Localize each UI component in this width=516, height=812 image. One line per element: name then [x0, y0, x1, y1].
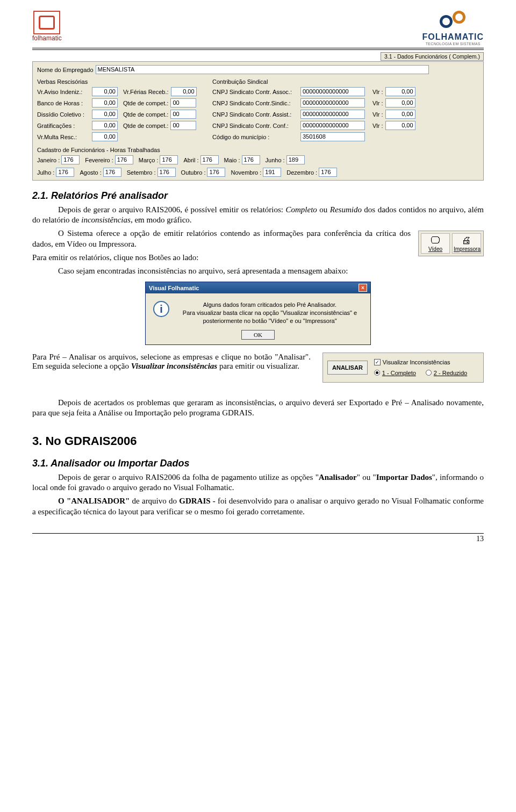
verbas-title: Verbas Rescisórias	[37, 78, 209, 85]
vlr2-field[interactable]: 0,00	[385, 98, 415, 107]
p5b: Visualizar inconsistências	[131, 362, 217, 370]
set-field[interactable]: 176	[157, 168, 176, 177]
window-title-text: 3.1 - Dados Funcionários ( Complem.)	[381, 52, 484, 61]
monitor-icon: 🖵	[422, 235, 448, 245]
p8a: O "ANALISADOR"	[58, 497, 130, 505]
vlr3-field[interactable]: 0,00	[385, 110, 415, 119]
multa-label: Vr.Multa Resc.:	[37, 134, 90, 140]
aviso-label: Vr.Aviso Indeniz.:	[37, 89, 90, 95]
sec3-heading: 3. No GDRAIS2006	[32, 434, 484, 448]
compet3-field[interactable]: 00	[170, 121, 196, 130]
footer-rule	[32, 533, 484, 534]
abr-field[interactable]: 176	[200, 155, 219, 164]
logo-right: FOLHAMATIC TECNOLOGIA EM SISTEMAS	[422, 11, 484, 46]
form-panel: Nome do Empregado MENSALISTA Verbas Resc…	[32, 61, 484, 181]
dez-label: Dezembro :	[286, 169, 317, 176]
p1f: inconsistências	[81, 215, 131, 224]
jan-label: Janeiro :	[37, 157, 60, 163]
jun-label: Junho :	[266, 157, 285, 163]
cnpj-conf-field[interactable]: 00000000000000	[300, 121, 365, 130]
mar-field[interactable]: 176	[160, 155, 178, 164]
banco-field[interactable]: 0,00	[92, 98, 118, 107]
dlg-line1: Alguns dados foram criticados pelo Pré A…	[203, 301, 336, 308]
cnpj-sindic-field[interactable]: 00000000000000	[300, 98, 365, 107]
sec31-heading: 3.1. Analisador ou Importar Dados	[32, 458, 484, 469]
video-button[interactable]: 🖵 Vídeo	[421, 233, 450, 254]
impressora-label: Impressora	[454, 246, 481, 252]
radio-reduzido-label: 2 - Reduzido	[434, 370, 467, 376]
banco-label: Banco de Horas :	[37, 100, 90, 106]
p8c: GDRAIS -	[179, 497, 218, 505]
dlg-line2: Para visualizar basta clicar na opção "V…	[183, 310, 357, 316]
cnpj-assist-field[interactable]: 00000000000000	[300, 110, 365, 119]
close-icon[interactable]: ×	[359, 284, 367, 292]
p1a: Depois de gerar o arquivo RAIS2006, é po…	[58, 205, 285, 214]
gears-icon	[439, 11, 468, 32]
impressora-button[interactable]: 🖨 Impressora	[452, 233, 481, 254]
ferias-field[interactable]: 0,00	[171, 87, 197, 96]
mar-label: Março :	[139, 157, 159, 163]
ferias-label: Vr.Férias Receb.:	[123, 89, 169, 95]
options-panel: ANALISAR ✓ Visualizar Inconsistências 1 …	[322, 353, 484, 383]
vlr3-label: Vlr :	[372, 111, 383, 118]
compet1-label: Qtde de compet.:	[123, 100, 168, 106]
compet2-field[interactable]: 00	[170, 110, 196, 119]
dez-field[interactable]: 176	[319, 168, 337, 177]
cnpj-conf-label: CNPJ Sindicato Contr. Conf.:	[212, 123, 298, 129]
p1b: Completo	[285, 205, 317, 214]
radio-completo-label: 1 - Completo	[382, 370, 416, 376]
para-7: Depois de gerar o arquivo RAIS2006 da fo…	[32, 472, 484, 493]
page-number: 13	[32, 535, 484, 543]
info-icon: i	[153, 301, 169, 317]
out-field[interactable]: 176	[207, 168, 225, 177]
message-dialog: Visual Folhamatic × i Alguns dados foram…	[145, 282, 371, 345]
codigo-mun-field[interactable]: 3501608	[300, 132, 365, 141]
horas-title: Cadastro de Funcionários - Horas Trabalh…	[37, 147, 479, 153]
video-label: Vídeo	[428, 246, 442, 252]
dlg-line3: posteriormente no botão "Vídeo" e ou "Im…	[203, 318, 336, 324]
gratif-field[interactable]: 0,00	[92, 121, 118, 130]
header-rule	[32, 48, 484, 50]
form-screenshot: 3.1 - Dados Funcionários ( Complem.) Nom…	[32, 53, 484, 181]
para-1: Depois de gerar o arquivo RAIS2006, é po…	[32, 205, 484, 225]
check-mark-icon: ✓	[375, 360, 379, 365]
jul-field[interactable]: 176	[56, 168, 74, 177]
analisar-button[interactable]: ANALISAR	[327, 361, 368, 375]
dialog-message: Alguns dados foram criticados pelo Pré A…	[177, 301, 363, 325]
nome-label: Nome do Empregado	[37, 67, 94, 73]
nov-field[interactable]: 191	[263, 168, 281, 177]
multa-field[interactable]: 0,00	[92, 132, 118, 141]
p1c: ou	[317, 205, 330, 214]
cnpj-assoc-field[interactable]: 00000000000000	[300, 87, 365, 96]
compet2-label: Qtde de compet.:	[123, 111, 168, 118]
p8b: de arquivo do	[130, 497, 179, 505]
fev-field[interactable]: 176	[115, 155, 133, 164]
compet1-field[interactable]: 00	[170, 98, 196, 107]
dissidio-field[interactable]: 0,00	[92, 110, 118, 119]
mai-field[interactable]: 176	[242, 155, 260, 164]
page-header: folhamatic FOLHAMATIC TECNOLOGIA EM SIST…	[32, 11, 484, 46]
radio-completo[interactable]	[374, 370, 380, 376]
dissidio-label: Dissídio Coletivo :	[37, 111, 90, 118]
aviso-field[interactable]: 0,00	[92, 87, 118, 96]
vlr4-field[interactable]: 0,00	[385, 121, 415, 130]
fev-label: Fevereiro :	[85, 157, 113, 163]
ok-button[interactable]: OK	[241, 330, 275, 340]
dialog-title-text: Visual Folhamatic	[149, 285, 199, 291]
sec21-heading: 2.1. Relatórios Pré analisador	[32, 190, 484, 202]
months-row1: Janeiro :176 Fevereiro :176 Março :176 A…	[37, 155, 479, 164]
jun-field[interactable]: 189	[286, 155, 305, 164]
radio-reduzido[interactable]	[426, 370, 432, 376]
visualizar-label: Visualizar Inconsistências	[383, 359, 450, 365]
mai-label: Maio :	[224, 157, 240, 163]
jan-field[interactable]: 176	[61, 155, 80, 164]
compet3-label: Qtde de compet.:	[123, 123, 168, 129]
vlr1-label: Vlr :	[372, 89, 383, 95]
visualizar-checkbox[interactable]: ✓	[374, 359, 381, 365]
p1d: Resumido	[330, 205, 362, 214]
ago-field[interactable]: 176	[103, 168, 121, 177]
gratif-label: Gratificações :	[37, 123, 90, 129]
vlr1-field[interactable]: 0,00	[385, 87, 415, 96]
nome-field[interactable]: MENSALISTA	[96, 65, 429, 74]
codigo-mun-label: Código do município :	[212, 134, 298, 140]
